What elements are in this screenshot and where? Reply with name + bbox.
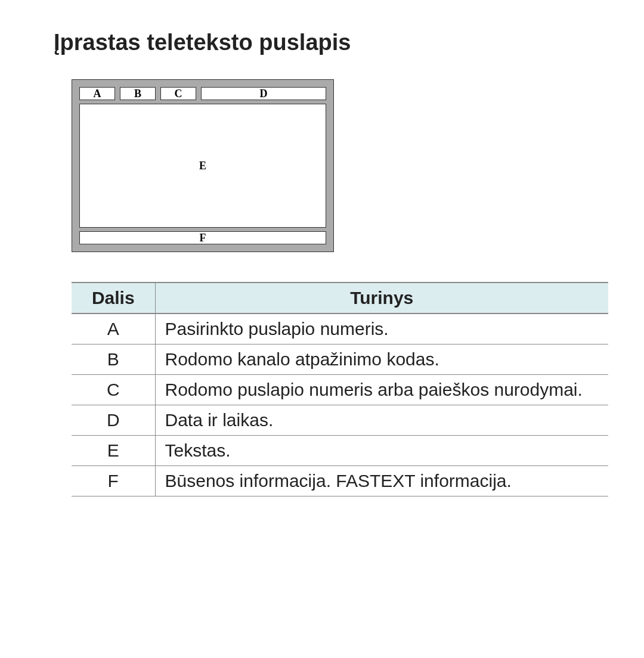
table-cell-part: E — [72, 436, 155, 466]
table-header-content: Turinys — [155, 283, 608, 314]
teletext-diagram: A B C D E F — [72, 79, 590, 252]
table-body: A Pasirinkto puslapio numeris. B Rodomo … — [72, 314, 608, 496]
table-row: E Tekstas. — [72, 436, 608, 466]
diagram-box-b: B — [120, 87, 156, 100]
table-cell-content: Tekstas. — [155, 436, 608, 466]
table-cell-part: A — [72, 314, 155, 344]
table-row: A Pasirinkto puslapio numeris. — [72, 314, 608, 344]
parts-table-container: Dalis Turinys A Pasirinkto puslapio nume… — [72, 282, 590, 496]
table-cell-part: F — [72, 466, 155, 496]
page-title: Įprastas teleteksto puslapis — [54, 30, 590, 55]
table-row: F Būsenos informacija. FASTEXT informaci… — [72, 466, 608, 496]
table-header-part: Dalis — [72, 283, 155, 314]
diagram-box-c: C — [160, 87, 196, 100]
table-row: B Rodomo kanalo atpažinimo kodas. — [72, 344, 608, 375]
table-cell-content: Data ir laikas. — [155, 405, 608, 436]
parts-table: Dalis Turinys A Pasirinkto puslapio nume… — [72, 282, 608, 496]
table-cell-content: Rodomo puslapio numeris arba paieškos nu… — [155, 375, 608, 405]
table-cell-content: Rodomo kanalo atpažinimo kodas. — [155, 344, 608, 375]
table-row: C Rodomo puslapio numeris arba paieškos … — [72, 375, 608, 405]
diagram-box-f: F — [79, 231, 326, 244]
table-cell-content: Būsenos informacija. FASTEXT informacija… — [155, 466, 608, 496]
diagram-box-e: E — [79, 104, 326, 228]
table-cell-part: B — [72, 344, 155, 375]
table-cell-part: C — [72, 375, 155, 405]
diagram-box-d: D — [201, 87, 326, 100]
diagram-box-a: A — [79, 87, 115, 100]
table-cell-content: Pasirinkto puslapio numeris. — [155, 314, 608, 344]
table-cell-part: D — [72, 405, 155, 436]
table-row: D Data ir laikas. — [72, 405, 608, 436]
